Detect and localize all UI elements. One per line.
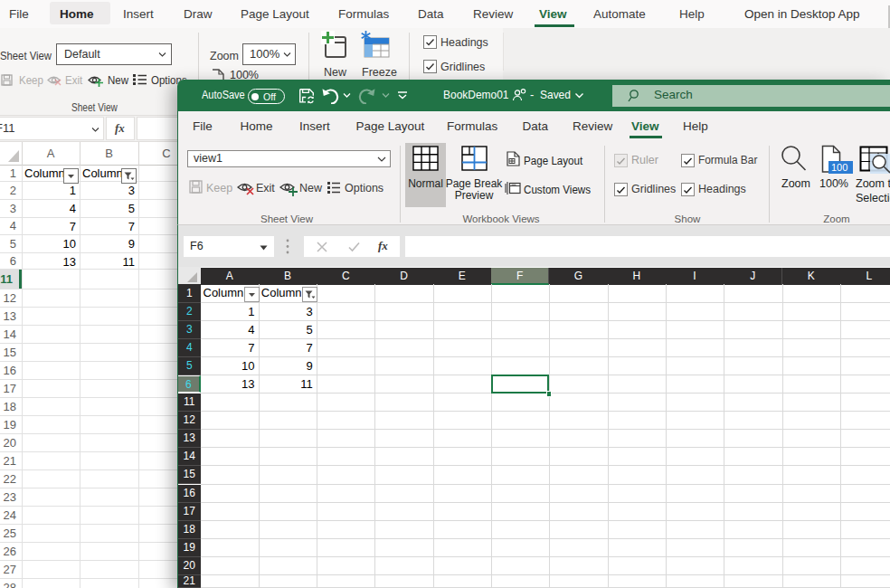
- svg-text:100: 100: [831, 162, 847, 173]
